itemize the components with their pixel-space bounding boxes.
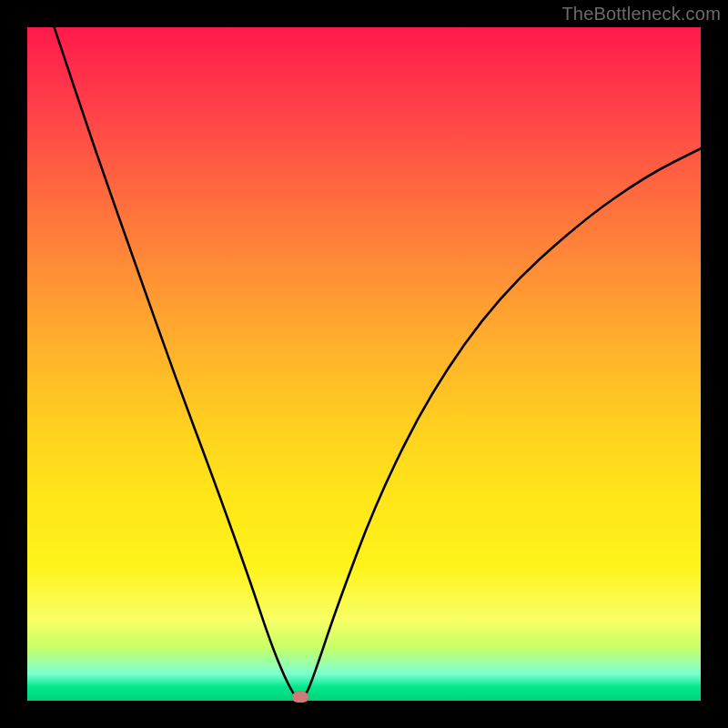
watermark-text: TheBottleneck.com	[561, 4, 721, 25]
plot-area	[27, 27, 701, 701]
chart-frame: TheBottleneck.com	[0, 0, 728, 728]
bottleneck-curve	[55, 27, 701, 699]
optimum-marker	[292, 692, 308, 703]
curve-svg	[27, 27, 701, 701]
